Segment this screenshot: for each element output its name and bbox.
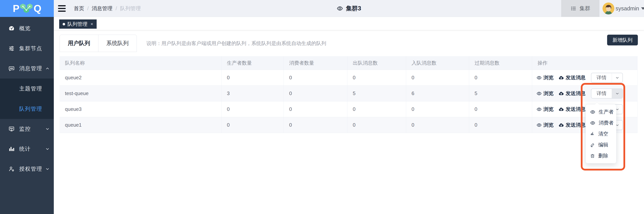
column-header-actions: 操作 (532, 56, 638, 70)
app-logo[interactable]: P Q (0, 0, 54, 17)
cluster-button-label: 集群 (580, 5, 590, 12)
cell-consumers: 0 (284, 117, 347, 133)
chevron-down-icon (45, 146, 50, 151)
column-header-dequeued: 出队消息数 (347, 56, 406, 70)
cell-expired: 5 (469, 86, 532, 101)
tab-user-queues[interactable]: 用户队列 (60, 35, 98, 52)
sidebar-item-monitoring[interactable]: 监控 (0, 119, 54, 139)
breadcrumb-current: 队列管理 (120, 5, 141, 12)
edit-icon (590, 142, 595, 147)
browse-button[interactable]: 浏览 (536, 106, 554, 113)
sidebar-item-cluster-nodes[interactable]: 集群节点 (0, 39, 54, 59)
column-header-producers: 生产者数量 (222, 56, 284, 70)
trash-icon (590, 153, 595, 158)
dropdown-item-delete[interactable]: 删除 (586, 150, 616, 161)
chevron-down-icon (45, 126, 50, 131)
breadcrumb-separator: / (116, 6, 117, 12)
main-content: 用户队列 系统队列 说明：用户队列是由客户端或用户创建的队列，系统队列是由系统自… (54, 30, 644, 214)
user-menu[interactable]: sysadmin (602, 0, 644, 17)
cell-enqueued: 0 (406, 117, 469, 133)
table-header-row: 队列名称 生产者数量 消费者数量 出队消息数 入队消息数 过期消息数 操作 (60, 56, 638, 70)
tag-active-dot (63, 23, 65, 25)
username-label: sysadmin (616, 6, 639, 12)
sidebar: P Q 概览 集群节点 (0, 0, 54, 214)
column-header-consumers: 消费者数量 (284, 56, 347, 70)
breadcrumb: 首页 / 消息管理 / 队列管理 (74, 5, 141, 12)
send-message-button[interactable]: 发送消息 (558, 90, 586, 97)
logo-letter-p: P (13, 3, 19, 14)
dropdown-item-producers[interactable]: 生产者 (586, 106, 616, 117)
send-message-button[interactable]: 发送消息 (558, 106, 586, 113)
sidebar-item-label: 概览 (19, 25, 31, 32)
cell-enqueued: 0 (406, 70, 469, 86)
details-split-button[interactable]: 详情 (591, 89, 623, 99)
cell-actions: 浏览 发送消息 详情 (532, 86, 638, 101)
sidebar-item-label: 监控 (19, 125, 31, 133)
details-dropdown-toggle[interactable] (612, 73, 622, 82)
table-row: queue3 0 0 0 0 0 浏览 发送消息 详情 (60, 101, 638, 117)
sidebar-item-overview[interactable]: 概览 (0, 19, 54, 39)
chevron-up-icon (45, 66, 50, 71)
tag-queue-management[interactable]: 队列管理 × (59, 20, 97, 29)
breadcrumb-home[interactable]: 首页 (74, 5, 84, 12)
sidebar-item-message-management[interactable]: 消息管理 (0, 59, 54, 79)
open-tags-bar: 队列管理 × (54, 17, 644, 30)
top-header: 集群3 首页 / 消息管理 / 队列管理 集群 sysadmin (54, 0, 644, 17)
cell-consumers: 0 (284, 86, 347, 101)
logo-letter-q: Q (34, 3, 41, 14)
dropdown-item-edit[interactable]: 编辑 (586, 139, 616, 150)
sidebar-submenu-message: 主题管理 队列管理 (0, 79, 54, 119)
sidebar-item-label: 授权管理 (19, 165, 42, 173)
browse-button[interactable]: 浏览 (536, 122, 554, 128)
avatar (602, 3, 614, 15)
dropdown-item-clear[interactable]: 清空 (586, 128, 616, 139)
add-queue-button[interactable]: 新增队列 (607, 35, 638, 45)
details-split-button[interactable]: 详情 (591, 73, 623, 83)
chevron-down-icon (615, 75, 620, 80)
browse-button[interactable]: 浏览 (536, 74, 554, 81)
eye-icon (536, 122, 542, 128)
sidebar-item-label: 队列管理 (19, 105, 42, 113)
message-bubble-icon (8, 65, 14, 72)
sidebar-item-statistics[interactable]: 统计 (0, 139, 54, 159)
cell-producers: 3 (222, 86, 284, 101)
user-gear-icon (8, 166, 14, 172)
tag-label: 队列管理 (68, 21, 88, 28)
cell-queue-name: queue2 (60, 70, 222, 86)
dropdown-item-consumers[interactable]: 消费者 (586, 117, 616, 128)
cluster-title-wrap: 集群3 (54, 0, 644, 17)
sidebar-item-topic-management[interactable]: 主题管理 (0, 79, 54, 99)
cell-dequeued: 5 (347, 86, 406, 101)
browse-button[interactable]: 浏览 (536, 90, 554, 97)
details-button-label[interactable]: 详情 (591, 89, 612, 98)
cell-queue-name: queue1 (60, 117, 222, 133)
cell-producers: 0 (222, 70, 284, 86)
cluster-select-button[interactable]: 集群 (561, 0, 600, 17)
details-dropdown-toggle[interactable] (612, 89, 622, 98)
close-icon[interactable]: × (90, 21, 93, 27)
cloud-upload-icon (558, 122, 564, 128)
column-header-queue-name: 队列名称 (60, 56, 222, 70)
sidebar-item-queue-management[interactable]: 队列管理 (0, 99, 54, 119)
hamburger-menu-icon[interactable] (58, 5, 66, 12)
breadcrumb-section[interactable]: 消息管理 (92, 5, 112, 12)
column-header-enqueued: 入队消息数 (406, 56, 469, 70)
broom-icon (590, 131, 595, 136)
cell-consumers: 0 (284, 101, 347, 117)
cell-expired: 0 (469, 70, 532, 86)
cell-actions: 浏览 发送消息 详情 (532, 70, 638, 86)
send-message-button[interactable]: 发送消息 (558, 74, 586, 81)
cell-expired: 0 (469, 101, 532, 117)
eye-icon (536, 107, 542, 112)
send-message-button[interactable]: 发送消息 (558, 122, 586, 128)
caret-down-icon (641, 7, 644, 10)
sidebar-item-label: 消息管理 (19, 65, 42, 72)
details-button-label[interactable]: 详情 (591, 73, 612, 82)
details-dropdown-menu: 生产者 消费者 清空 编辑 删除 (586, 104, 616, 163)
sidebar-item-authorization[interactable]: 授权管理 (0, 159, 54, 179)
page-title: 集群3 (346, 5, 361, 13)
tab-system-queues[interactable]: 系统队列 (98, 35, 136, 52)
breadcrumb-separator: / (87, 6, 89, 12)
cell-consumers: 0 (284, 70, 347, 86)
sidebar-item-label: 统计 (19, 145, 31, 153)
